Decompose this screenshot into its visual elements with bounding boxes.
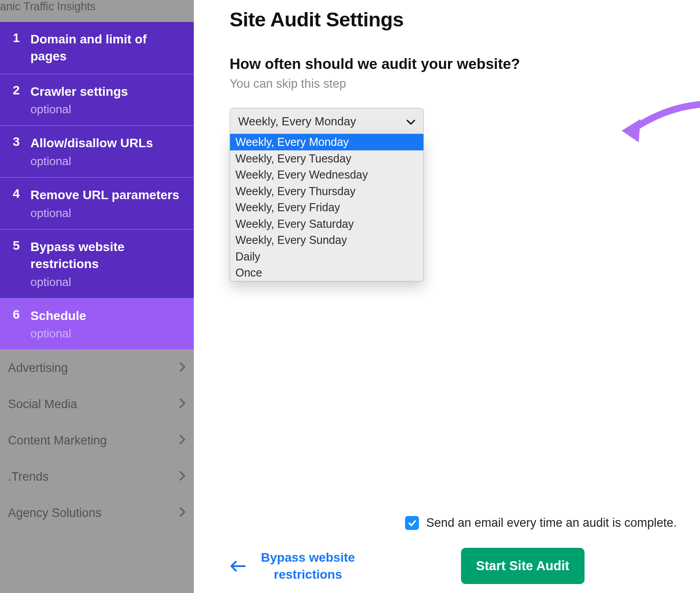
email-notify-row: Send an email every time an audit is com… bbox=[230, 516, 679, 530]
wizard-step-title: Domain and limit of pages bbox=[30, 31, 185, 65]
wizard-step-crawler[interactable]: 2 Crawler settings optional bbox=[0, 74, 194, 126]
chevron-right-icon bbox=[179, 470, 186, 484]
annotation-arrow-icon bbox=[617, 99, 700, 149]
sidebar-category-label: Social Media bbox=[8, 397, 77, 411]
wizard-step-optional: optional bbox=[30, 275, 185, 289]
schedule-option[interactable]: Weekly, Every Saturday bbox=[230, 216, 423, 232]
skip-hint: You can skip this step bbox=[230, 77, 679, 91]
wizard-step-url-params[interactable]: 4 Remove URL parameters optional bbox=[0, 178, 194, 230]
wizard-step-number: 5 bbox=[9, 239, 20, 289]
main-content: Site Audit Settings How often should we … bbox=[194, 0, 700, 593]
schedule-dropdown-list: Weekly, Every Monday Weekly, Every Tuesd… bbox=[230, 134, 424, 282]
email-notify-checkbox[interactable] bbox=[405, 516, 419, 530]
wizard-step-urls[interactable]: 3 Allow/disallow URLs optional bbox=[0, 126, 194, 178]
back-group[interactable]: Bypass websiterestrictions bbox=[230, 549, 355, 583]
wizard-step-optional: optional bbox=[30, 327, 86, 341]
arrow-left-icon bbox=[230, 561, 246, 572]
wizard-step-number: 6 bbox=[9, 307, 20, 341]
sidebar-category-content[interactable]: Content Marketing bbox=[0, 422, 194, 459]
schedule-option[interactable]: Weekly, Every Monday bbox=[230, 134, 423, 150]
bottom-actions: Bypass websiterestrictions Start Site Au… bbox=[230, 548, 679, 584]
wizard-step-optional: optional bbox=[30, 206, 179, 220]
wizard-step-title: Allow/disallow URLs bbox=[30, 135, 153, 152]
schedule-option[interactable]: Weekly, Every Tuesday bbox=[230, 150, 423, 167]
schedule-option[interactable]: Weekly, Every Thursday bbox=[230, 183, 423, 200]
sidebar-prev-item-partial: anic Traffic Insights bbox=[0, 0, 194, 22]
sidebar: anic Traffic Insights 1 Domain and limit… bbox=[0, 0, 194, 593]
page-title: Site Audit Settings bbox=[230, 8, 679, 31]
schedule-option[interactable]: Once bbox=[230, 265, 423, 281]
sidebar-prev-item-label: anic Traffic Insights bbox=[0, 0, 96, 13]
wizard-step-optional: optional bbox=[30, 154, 153, 168]
sidebar-category-label: .Trends bbox=[8, 470, 49, 484]
wizard-step-domain[interactable]: 1 Domain and limit of pages bbox=[0, 22, 194, 74]
chevron-down-icon bbox=[406, 115, 415, 128]
wizard-step-title: Schedule bbox=[30, 307, 86, 324]
start-site-audit-button[interactable]: Start Site Audit bbox=[461, 548, 585, 584]
wizard-step-number: 1 bbox=[9, 31, 20, 65]
schedule-dropdown-selected: Weekly, Every Monday bbox=[238, 115, 356, 128]
wizard-step-title: Crawler settings bbox=[30, 83, 128, 100]
schedule-option[interactable]: Weekly, Every Sunday bbox=[230, 232, 423, 248]
sidebar-category-agency[interactable]: Agency Solutions bbox=[0, 495, 194, 531]
schedule-question: How often should we audit your website? bbox=[230, 55, 679, 73]
sidebar-category-social[interactable]: Social Media bbox=[0, 386, 194, 422]
email-notify-label: Send an email every time an audit is com… bbox=[426, 516, 677, 530]
wizard-step-number: 3 bbox=[9, 135, 20, 168]
wizard-step-schedule[interactable]: 6 Schedule optional bbox=[0, 299, 194, 350]
schedule-option[interactable]: Weekly, Every Wednesday bbox=[230, 166, 423, 183]
back-link-label: Bypass websiterestrictions bbox=[261, 549, 355, 583]
schedule-option[interactable]: Weekly, Every Friday bbox=[230, 199, 423, 216]
sidebar-category-label: Content Marketing bbox=[8, 434, 107, 448]
wizard-step-optional: optional bbox=[30, 102, 128, 116]
schedule-dropdown-button[interactable]: Weekly, Every Monday bbox=[230, 108, 424, 135]
wizard-step-number: 2 bbox=[9, 83, 20, 117]
chevron-right-icon bbox=[179, 361, 186, 375]
wizard-step-title: Bypass website restrictions bbox=[30, 239, 185, 273]
sidebar-category-advertising[interactable]: Advertising bbox=[0, 350, 194, 386]
footer: Send an email every time an audit is com… bbox=[230, 516, 679, 584]
sidebar-category-trends[interactable]: .Trends bbox=[0, 459, 194, 495]
wizard-steps: 1 Domain and limit of pages 2 Crawler se… bbox=[0, 22, 194, 350]
sidebar-category-label: Advertising bbox=[8, 361, 68, 375]
wizard-step-bypass[interactable]: 5 Bypass website restrictions optional bbox=[0, 230, 194, 299]
sidebar-category-label: Agency Solutions bbox=[8, 506, 102, 520]
chevron-right-icon bbox=[179, 397, 186, 411]
schedule-dropdown: Weekly, Every Monday Weekly, Every Monda… bbox=[230, 108, 424, 135]
chevron-right-icon bbox=[179, 434, 186, 448]
chevron-right-icon bbox=[179, 506, 186, 520]
check-icon bbox=[408, 519, 417, 528]
wizard-step-number: 4 bbox=[9, 187, 20, 220]
wizard-step-title: Remove URL parameters bbox=[30, 187, 179, 204]
schedule-option[interactable]: Daily bbox=[230, 248, 423, 265]
